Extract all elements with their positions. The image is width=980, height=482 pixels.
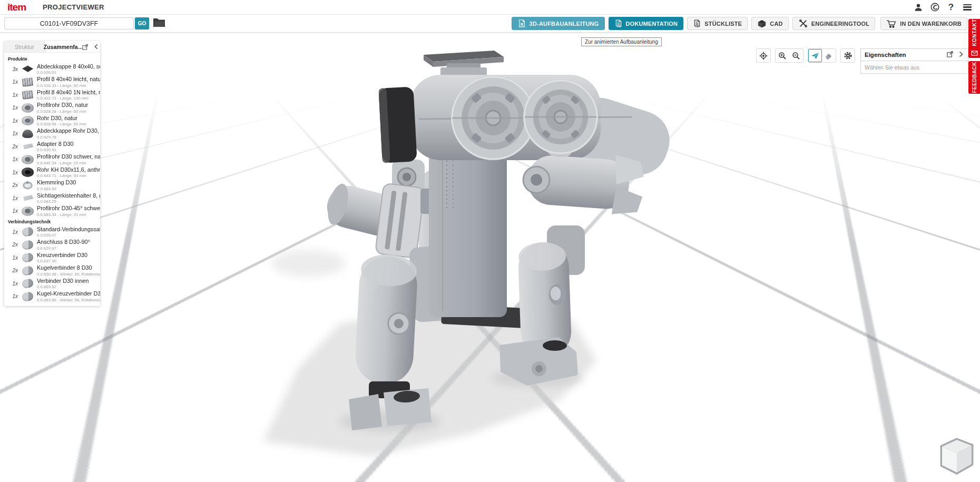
part-quantity: 1x: [4, 281, 18, 287]
distance-fog: [0, 33, 980, 244]
kontakt-tab[interactable]: KONTAKT: [968, 19, 980, 58]
connector-icon: [22, 227, 34, 237]
part-quantity: 1x: [4, 195, 18, 201]
fly-mode-icon[interactable]: [808, 49, 822, 62]
engineering-tool-button[interactable]: ENGINEERINGTOOL: [792, 17, 875, 30]
properties-header[interactable]: Eigenschaften: [860, 48, 968, 61]
list-item[interactable]: 1x Verbinder D30 innen 0.0.669.52: [4, 277, 100, 290]
part-name: Profilrohr D30 schwer, natur: [37, 154, 100, 160]
connector-icon: [22, 265, 34, 276]
properties-panel: Eigenschaften Wählen Sie etwas aus: [860, 48, 968, 74]
cap-dark-icon: [22, 64, 34, 74]
part-name: Kreuzverbinder D30: [37, 252, 100, 259]
view-cube[interactable]: [936, 435, 978, 479]
part-quantity: 2x: [4, 268, 18, 273]
list-item[interactable]: 1x Profilrohr D30 schwer, natur 0.0.642.…: [4, 153, 100, 166]
go-button[interactable]: GO: [135, 17, 149, 29]
part-quantity: 2x: [4, 242, 18, 248]
popout-icon[interactable]: [82, 43, 89, 51]
list-item[interactable]: 2x Kugelverbinder 8 D30 0.0.650.98 - Win…: [4, 264, 100, 278]
clamp-icon: [23, 181, 33, 189]
part-details: 0.0.664.50: [37, 186, 100, 191]
part-details: 0.0.629.97: [37, 246, 100, 251]
list-item[interactable]: 3x Abdeckkappe 8 40x40, sch… 0.0.026.01: [4, 63, 100, 76]
collapse-panel-icon[interactable]: [92, 43, 100, 51]
tooltip: Zur animierten Aufbauanleitung: [581, 37, 662, 46]
part-quantity: 1x: [4, 170, 18, 175]
list-item[interactable]: 1x Profil 8 40x40 1N leicht, na… 0.0.422…: [4, 88, 100, 102]
zoom-in-icon[interactable]: [776, 49, 789, 62]
action-buttons: 3D-AUFBAUANLEITUNG PDF DOKUMENTATION CSV…: [512, 17, 967, 30]
center-view-icon[interactable]: [757, 49, 770, 62]
profile-icon: [22, 90, 34, 100]
tab-struktur[interactable]: Struktur: [4, 41, 45, 52]
list-item[interactable]: 1x Abdeckkappe Rohr D30, gr… 0.0.629.78: [4, 127, 100, 141]
part-details: 0.0.628.28 - Länge: 60 mm: [37, 109, 100, 114]
list-item[interactable]: 1x Standard-Verbindungssatz … 0.0.026.07: [4, 225, 100, 239]
plate-icon: [22, 142, 34, 151]
part-name: Rohr D30, natur: [37, 115, 100, 122]
3d-viewport[interactable]: [0, 33, 980, 482]
part-quantity: 1x: [4, 131, 18, 136]
settings-gear-icon[interactable]: [841, 49, 855, 62]
cube-icon: [757, 19, 767, 28]
zoom-out-icon[interactable]: [789, 49, 803, 62]
part-quantity: 1x: [4, 156, 18, 162]
part-details: 0.0.630.51: [37, 147, 100, 152]
profile-icon: [22, 77, 34, 87]
part-name: Profilrohr D30, natur: [37, 102, 100, 109]
part-details: 0.0.643.71 - Länge: 50 mm: [37, 173, 100, 178]
list-item[interactable]: 1x Sichtlagerkistenhalter 8, gr… 0.0.683…: [4, 192, 100, 205]
envelope-icon: [971, 48, 978, 58]
part-name: Verbinder D30 innen: [37, 278, 100, 284]
part-name: Rohr KH D30x11,6, anthrazit: [37, 167, 100, 173]
part-details: 0.0.642.34 - Länge: 20 mm: [37, 161, 100, 165]
chevron-right-icon[interactable]: [958, 50, 964, 60]
feedback-tab[interactable]: FEEDBACK: [968, 61, 980, 94]
list-item[interactable]: 2x Adapter 8 D30 0.0.630.51: [4, 140, 100, 153]
part-details: 0.0.026.07: [37, 233, 100, 238]
part-details: 0.0.026.01: [37, 70, 100, 75]
documentation-button[interactable]: PDF DOKUMENTATION: [609, 17, 684, 30]
list-item[interactable]: 1x Profil 8 40x40 leicht, natur 0.0.026.…: [4, 76, 100, 89]
parts-list-button[interactable]: CSV STÜCKLISTE: [687, 17, 748, 30]
panel-tabs: Struktur Zusammenfa…: [4, 41, 100, 53]
part-details: 0.0.650.98 - Winkel: 90; Rotationswinkel…: [37, 272, 100, 277]
user-icon[interactable]: [913, 2, 924, 13]
3d-assembly-guide-button[interactable]: 3D-AUFBAUANLEITUNG: [512, 17, 605, 30]
svg-text:PDF: PDF: [617, 25, 622, 28]
project-code-input[interactable]: [4, 17, 134, 29]
list-item[interactable]: 1x Rohr KH D30x11,6, anthrazit 0.0.643.7…: [4, 166, 100, 179]
list-item[interactable]: 1x Profilrohr D30, natur 0.0.628.28 - Lä…: [4, 102, 100, 115]
list-item[interactable]: 1x Kreuzverbinder D30 0.0.637.90: [4, 251, 100, 264]
cad-button[interactable]: CAD: [751, 17, 788, 30]
part-name: Abdeckkappe 8 40x40, sch…: [37, 64, 100, 70]
tab-zusammenfassung[interactable]: Zusammenfa…: [45, 41, 82, 52]
part-details: 0.0.026.33 - Länge: 80 mm: [37, 83, 100, 88]
part-details: 0.0.669.52: [37, 284, 100, 289]
part-name: Klemmring D30: [37, 180, 100, 186]
list-item[interactable]: 2x Klemmring D30 0.0.664.50: [4, 179, 100, 192]
assistant-icon[interactable]: [929, 2, 940, 13]
part-details: 0.0.629.78: [37, 135, 100, 140]
list-item[interactable]: 1x Profilrohr D30-45° schwer, … 0.0.683.…: [4, 205, 100, 218]
list-item[interactable]: 1x Rohr D30, natur 0.0.628.56 - Länge: 5…: [4, 114, 100, 127]
properties-empty-text: Wählen Sie etwas aus: [865, 64, 919, 71]
part-name: Standard-Verbindungssatz …: [37, 227, 100, 233]
tube-icon: [22, 103, 34, 113]
part-quantity: 1x: [4, 105, 18, 111]
plate-icon: [22, 193, 34, 203]
menu-icon[interactable]: [962, 2, 973, 13]
open-project-folder-button[interactable]: [152, 16, 166, 31]
add-to-cart-button[interactable]: IN DEN WARENKORB: [880, 17, 967, 30]
popout-icon[interactable]: [947, 50, 954, 60]
help-icon[interactable]: ?: [946, 2, 956, 13]
app-header: item PROJECTVIEWER ?: [0, 0, 980, 15]
list-item[interactable]: 2x Anschluss 8 D30-90° 0.0.629.97: [4, 239, 100, 252]
list-item[interactable]: 1x Kugel-Kreuzverbinder D30 0.0.683.69 -…: [4, 290, 100, 303]
part-name: Profilrohr D30-45° schwer, …: [37, 205, 100, 212]
part-quantity: 1x: [4, 92, 18, 98]
cart-icon: [886, 19, 897, 28]
eraser-icon[interactable]: [822, 49, 836, 62]
connector-icon: [22, 291, 34, 302]
